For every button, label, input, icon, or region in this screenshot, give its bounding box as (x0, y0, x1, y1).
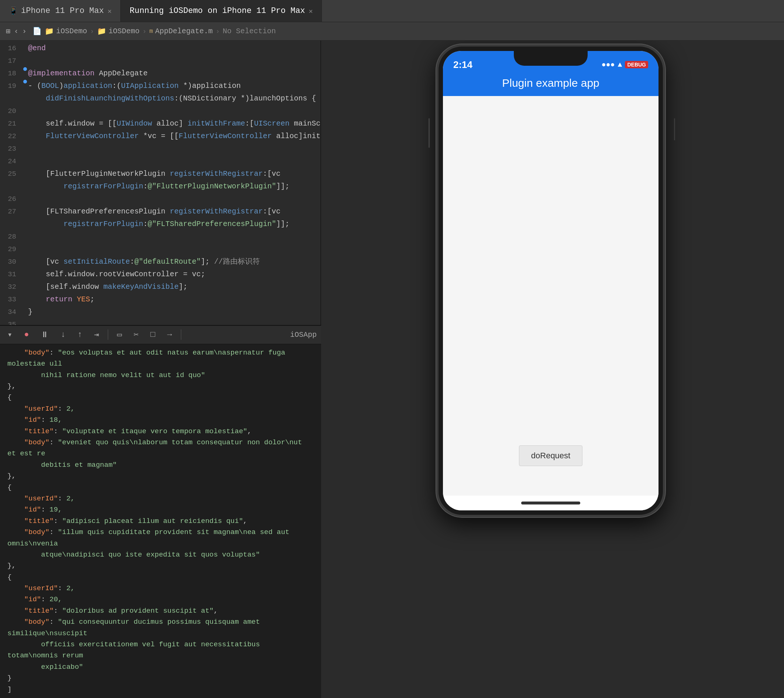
debug-line-18: { (7, 572, 314, 583)
iphone-screen: 2:14 ●●● ▲ DEBUG Plugin example app doRe… (443, 51, 659, 510)
debug-line-24: explicabo" (7, 662, 314, 673)
debug-line-6: "id": 18, (7, 414, 314, 426)
path-bar: ⊞ ‹ › 📄 📁 iOSDemo › 📁 iOSDemo › m AppDel… (0, 22, 784, 41)
status-time: 2:14 (453, 59, 473, 71)
debug-line-2: nihil ratione nemo velit ut aut id quo" (7, 370, 314, 381)
status-icons: ●●● ▲ DEBUG (601, 61, 648, 69)
main-area: 16 @end 17 18 @implementation AppDelegat… (0, 41, 784, 698)
debug-line-20: "id": 20, (7, 594, 314, 605)
debug-divider-2 (181, 329, 181, 340)
home-indicator[interactable] (443, 496, 659, 510)
path-seg-3[interactable]: m AppDelegate.m (150, 27, 213, 35)
code-line-33: 33 return YES; (0, 293, 320, 306)
app-bar: Plugin example app (443, 73, 659, 96)
debug-stop-btn[interactable]: ● (21, 329, 32, 341)
right-gutter (422, 44, 436, 148)
debug-line-17: }, (7, 560, 314, 571)
code-line-30: 30 [vc setInitialRoute:@"defaultRoute"];… (0, 256, 320, 268)
right-gutter-bar (428, 118, 430, 148)
debug-badge: DEBUG (625, 61, 648, 68)
code-line-34: 34 } (0, 306, 320, 318)
code-line-16: 16 @end (0, 42, 320, 54)
code-line-27: 27 [FLTSharedPreferencesPlugin registerW… (0, 205, 320, 218)
debug-cut-btn[interactable]: ✂ (131, 328, 142, 341)
debug-step-out-btn[interactable]: ⇥ (91, 328, 102, 341)
debug-pause-btn[interactable]: ⏸ (38, 328, 52, 341)
debug-line-1: "body": "eos voluptas et aut odit natus … (7, 347, 314, 370)
debug-app-label: iOSApp (290, 330, 317, 339)
m-file-icon: m (150, 28, 153, 35)
app-title: Plugin example app (450, 77, 651, 89)
back-icon[interactable]: ‹ (14, 27, 18, 35)
code-line-22: 22 FlutterViewController *vc = [[Flutter… (0, 130, 320, 142)
debug-line-7: "title": "voluptate et itaque vero tempo… (7, 426, 314, 437)
path-seg-1[interactable]: 📁 iOSDemo (44, 26, 87, 36)
far-right-gutter (665, 44, 684, 140)
debug-line-22: "body": "qui consequuntur ducimus possim… (7, 616, 314, 639)
tab-running-close-icon[interactable]: ✕ (309, 7, 313, 15)
code-content: 16 @end 17 18 @implementation AppDelegat… (0, 41, 320, 325)
iphone-simulator: 2:14 ●●● ▲ DEBUG Plugin example app doRe… (436, 44, 665, 517)
debug-line-13: "id": 19, (7, 504, 314, 515)
wifi-signal-icon: ▲ (618, 61, 622, 69)
path-sep-3: › (216, 28, 220, 35)
code-line-32: 32 [self.window makeKeyAndVisible]; (0, 281, 320, 293)
path-no-selection: No Selection (222, 27, 276, 35)
debug-line-23: officiis exercitationem vel fugit aut ne… (7, 639, 314, 662)
debug-panel: ▾ ● ⏸ ↓ ↑ ⇥ ▭ ✂ □ → iOSApp "body": "eos … (0, 325, 321, 698)
code-line-23: 23 (0, 142, 320, 155)
debug-line-16: atque\nadipisci quo iste expedita sit qu… (7, 549, 314, 560)
file-icon: 📄 (33, 26, 42, 36)
tab-close-icon[interactable]: ✕ (107, 7, 112, 15)
code-line-19: 19 - (BOOL)application:(UIApplication *)… (0, 80, 320, 92)
grid-icon[interactable]: ⊞ (6, 26, 10, 36)
debug-view-btn[interactable]: ▭ (114, 328, 125, 341)
debug-divider (108, 329, 108, 340)
code-line-35: 35 (0, 318, 320, 325)
debug-line-15: "body": "illum quis cupiditate provident… (7, 526, 314, 549)
do-request-button[interactable]: doRequest (519, 446, 583, 466)
debug-line-26: ] (7, 684, 314, 695)
device-icon: 📱 (9, 6, 18, 15)
iphone-notch (514, 51, 588, 66)
debug-frame-btn[interactable]: □ (148, 329, 158, 341)
path-bar-icons: ⊞ ‹ › (6, 26, 26, 36)
debug-step-in-btn[interactable]: ↑ (74, 329, 85, 341)
code-line-20: 20 (0, 105, 320, 117)
path-sep-2: › (142, 28, 147, 35)
folder-icon-2: 📁 (97, 26, 106, 36)
debug-line-19: "userId": 2, (7, 583, 314, 594)
code-line-25: 25 [FlutterPluginNetworkPlugin registerW… (0, 168, 320, 180)
code-line-31: 31 self.window.rootViewController = vc; (0, 268, 320, 281)
tab-iphone-device[interactable]: 📱 iPhone 11 Pro Max ✕ (0, 0, 121, 22)
debug-line-10: }, (7, 470, 314, 482)
debug-line-11: { (7, 482, 314, 493)
code-line-24: 24 (0, 155, 320, 168)
debug-line-8: "body": "eveniet quo quis\nlaborum totam… (7, 437, 314, 459)
debug-step-over-btn[interactable]: ↓ (58, 329, 68, 341)
tab-running-label: Running iOSDemo on iPhone 11 Pro Max (130, 6, 305, 15)
code-line-28: 28 (0, 231, 320, 243)
code-line-27b: registrarForPlugin:@"FLTSharedPreference… (0, 218, 320, 231)
tab-running-demo[interactable]: Running iOSDemo on iPhone 11 Pro Max ✕ (121, 0, 322, 22)
debug-arrow-btn[interactable]: → (164, 329, 175, 341)
debug-output[interactable]: "body": "eos voluptas et aut odit natus … (0, 344, 321, 698)
debug-toolbar: ▾ ● ⏸ ↓ ↑ ⇥ ▭ ✂ □ → iOSApp (0, 326, 321, 344)
wifi-icon: ●●● (601, 61, 614, 69)
code-line-19b: didFinishLaunchingWithOptions:(NSDiction… (0, 92, 320, 105)
debug-line-4: { (7, 392, 314, 403)
code-editor[interactable]: 16 @end 17 18 @implementation AppDelegat… (0, 41, 321, 325)
debug-toggle-btn[interactable]: ▾ (5, 328, 15, 341)
forward-icon[interactable]: › (22, 27, 26, 35)
simulator-area: 2:14 ●●● ▲ DEBUG Plugin example app doRe… (321, 41, 784, 698)
debug-line-9: debitis et magnam" (7, 459, 314, 470)
path-sep-1: › (90, 28, 94, 35)
folder-icon-1: 📁 (44, 26, 54, 36)
debug-line-14: "title": "adipisci placeat illum aut rei… (7, 516, 314, 526)
debug-line-25: } (7, 673, 314, 683)
tab-bar: 📱 iPhone 11 Pro Max ✕ Running iOSDemo on… (0, 0, 784, 22)
code-line-18: 18 @implementation AppDelegate (0, 67, 320, 80)
home-bar (521, 502, 580, 505)
debug-line-5: "userId": 2, (7, 403, 314, 414)
path-seg-2[interactable]: 📁 iOSDemo (97, 26, 140, 36)
